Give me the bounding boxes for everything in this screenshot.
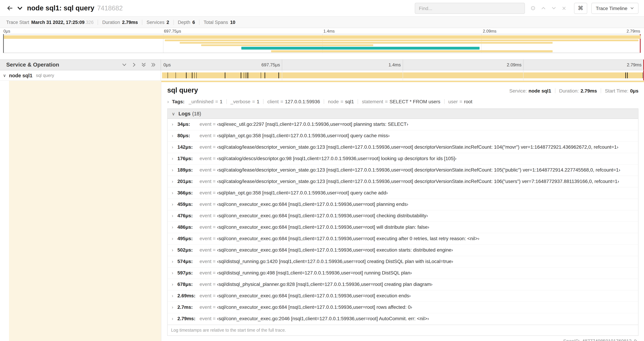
log-timestamp: 189μs: bbox=[178, 167, 197, 173]
summary-label: Trace Start bbox=[6, 20, 29, 25]
log-field-key: event bbox=[200, 121, 212, 127]
log-field-key: event bbox=[200, 133, 212, 138]
collapse-all-icon[interactable] bbox=[141, 62, 146, 67]
log-row[interactable]: ›476μs:event = ‹sql/conn_executor_exec.g… bbox=[168, 210, 638, 222]
find-input[interactable] bbox=[414, 3, 525, 14]
span-track-right-scrubber[interactable] bbox=[643, 70, 644, 80]
chevron-right-icon: › bbox=[172, 144, 173, 150]
log-event-tick bbox=[627, 72, 628, 78]
span-id-label: SpanID: bbox=[563, 338, 580, 341]
log-event-tick bbox=[168, 72, 168, 78]
chevron-up-icon[interactable] bbox=[541, 6, 546, 11]
span-track[interactable] bbox=[161, 70, 644, 81]
log-row[interactable]: ›189μs:event = ‹sql/catalog/lease/descri… bbox=[168, 165, 638, 176]
collapse-trace-header-button[interactable] bbox=[17, 5, 23, 11]
back-button[interactable] bbox=[6, 5, 13, 12]
log-row[interactable]: ›2.79ms:event = ‹sql/conn_executor_exec.… bbox=[168, 313, 638, 325]
log-row[interactable]: ›366μs:event = ‹sql/plan_opt.go:358 [nsq… bbox=[168, 187, 638, 199]
span-row-gridline bbox=[523, 70, 524, 80]
ruler-tick-label: 2.09ms bbox=[507, 62, 522, 67]
chevron-right-icon: › bbox=[172, 201, 173, 207]
log-field-value: ‹sql/distsql_physical_planner.go:828 [ns… bbox=[217, 281, 432, 287]
timeline-right-scrubber[interactable] bbox=[643, 60, 644, 70]
expand-all-icon[interactable] bbox=[151, 62, 156, 67]
service-value: node sql1 bbox=[528, 88, 551, 94]
minimap-tick-label: 1.4ms bbox=[324, 29, 335, 34]
tag-value: sql1 bbox=[345, 99, 354, 104]
span-name-column[interactable]: ∨ node sql1 sql query bbox=[0, 70, 161, 81]
log-timestamp: 597μs: bbox=[178, 270, 197, 276]
trace-timeline-dropdown[interactable]: Trace Timeline bbox=[591, 3, 638, 14]
service-operation-title: Service & Operation bbox=[6, 62, 122, 68]
log-timestamp: 2.7ms: bbox=[178, 304, 197, 310]
log-row[interactable]: ›34μs:event = ‹sql/exec_util.go:2297 [ns… bbox=[168, 119, 638, 130]
duration-label: Duration: bbox=[559, 88, 579, 94]
log-row[interactable]: ›201μs:event = ‹sql/catalog/lease/descri… bbox=[168, 176, 638, 187]
chevron-right-icon: › bbox=[172, 304, 173, 310]
log-row[interactable]: ›678μs:event = ‹sql/distsql_physical_pla… bbox=[168, 279, 638, 290]
summary-label: Total Spans bbox=[204, 20, 228, 25]
tag-divider bbox=[263, 99, 264, 104]
logs-header[interactable]: ∨ Logs (18) bbox=[168, 109, 638, 119]
expand-one-icon[interactable] bbox=[132, 62, 136, 67]
log-event: event = ‹sql/conn_executor_exec.go:684 [… bbox=[200, 224, 429, 230]
log-event-tick bbox=[278, 72, 279, 78]
start-time-label: Start Time: bbox=[605, 88, 628, 94]
tags-accordian[interactable]: › Tags: _unfinished=1_verbose=1client=12… bbox=[167, 99, 638, 104]
log-event: event = ‹sql/catalog/descs/descriptor.go… bbox=[200, 156, 456, 161]
span-row[interactable]: ∨ node sql1 sql query bbox=[0, 70, 644, 81]
log-row[interactable]: ›2.7ms:event = ‹sql/conn_executor_exec.g… bbox=[168, 302, 638, 313]
chevron-right-icon: › bbox=[172, 270, 173, 276]
tag-value: SELECT * FROM users bbox=[390, 99, 440, 104]
log-field-value: ‹sql/plan_opt.go:358 [nsql1,client=127.0… bbox=[217, 190, 388, 195]
log-row[interactable]: ›502μs:event = ‹sql/conn_executor_exec.g… bbox=[168, 245, 638, 256]
log-row[interactable]: ›486μs:event = ‹sql/conn_executor_exec.g… bbox=[168, 222, 638, 233]
summary-item: Total Spans10 bbox=[204, 20, 235, 25]
span-collapse-caret[interactable]: ∨ bbox=[0, 73, 9, 78]
span-id-value: 4877749850101760812 bbox=[582, 338, 632, 341]
minimap-canvas[interactable] bbox=[3, 34, 641, 53]
detail-meta: Service: node sql1 Duration: 2.79ms Star… bbox=[509, 88, 638, 94]
log-field-key: event bbox=[200, 316, 212, 321]
log-row[interactable]: ›597μs:event = ‹sql/distsql_running.go:4… bbox=[168, 267, 638, 279]
ruler-tick-label: 1.4ms bbox=[388, 62, 401, 67]
collapse-one-icon[interactable] bbox=[122, 62, 127, 67]
log-row[interactable]: ›2.69ms:event = ‹sql/conn_executor_exec.… bbox=[168, 290, 638, 302]
timeline-ruler[interactable]: 0μs697.75μs1.4ms2.09ms2.79ms bbox=[161, 60, 644, 70]
tag-key: client bbox=[267, 99, 278, 104]
log-equals: = bbox=[212, 224, 217, 230]
log-timestamp: 495μs: bbox=[178, 236, 197, 241]
command-icon: ⌘ bbox=[578, 5, 583, 12]
log-field-key: event bbox=[200, 247, 212, 253]
log-field-key: event bbox=[200, 201, 212, 207]
log-event-tick bbox=[642, 72, 643, 78]
log-event: event = ‹sql/conn_executor_exec.go:2046 … bbox=[200, 316, 429, 321]
clear-search-icon[interactable] bbox=[562, 6, 566, 11]
log-row[interactable]: ›459μs:event = ‹sql/conn_executor_exec.g… bbox=[168, 199, 638, 210]
log-event-tick bbox=[225, 72, 225, 78]
log-field-value: ‹sql/conn_executor_exec.go:684 [nsql1,cl… bbox=[217, 201, 408, 207]
log-equals: = bbox=[212, 316, 217, 321]
log-field-key: event bbox=[200, 167, 212, 173]
log-event: event = ‹sql/catalog/lease/descriptor_ve… bbox=[200, 144, 618, 150]
link-icon[interactable] bbox=[634, 339, 638, 341]
locate-icon[interactable] bbox=[530, 6, 536, 11]
log-event-tick bbox=[246, 72, 246, 78]
chevron-down-icon[interactable] bbox=[551, 6, 556, 11]
log-row[interactable]: ›176μs:event = ‹sql/catalog/descs/descri… bbox=[168, 153, 638, 165]
log-field-key: event bbox=[200, 213, 212, 218]
log-timestamp: 476μs: bbox=[178, 213, 197, 219]
log-event: event = ‹sql/conn_executor_exec.go:684 [… bbox=[200, 201, 408, 207]
log-row[interactable]: ›142μs:event = ‹sql/catalog/lease/descri… bbox=[168, 142, 638, 153]
chevron-down-icon bbox=[17, 5, 23, 11]
log-field-value: ‹sql/conn_executor_exec.go:684 [nsql1,cl… bbox=[217, 304, 412, 310]
log-row[interactable]: ›495μs:event = ‹sql/conn_executor_exec.g… bbox=[168, 233, 638, 245]
log-row[interactable]: ›80μs:event = ‹sql/plan_opt.go:358 [nsql… bbox=[168, 130, 638, 142]
minimap-span-bar bbox=[241, 47, 480, 50]
log-row[interactable]: ›574μs:event = ‹sql/distsql_running.go:1… bbox=[168, 256, 638, 267]
keyboard-shortcuts-button[interactable]: ⌘ bbox=[574, 3, 587, 14]
tag-key: user bbox=[448, 99, 458, 104]
log-event-tick bbox=[194, 72, 195, 78]
log-field-key: event bbox=[200, 178, 212, 184]
summary-value: 2.79ms bbox=[122, 20, 138, 25]
